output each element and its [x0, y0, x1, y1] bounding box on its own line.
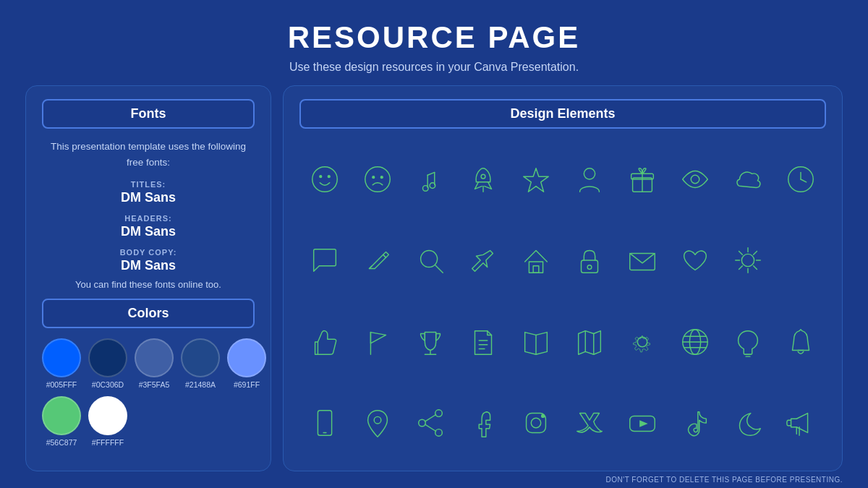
- svg-point-10: [430, 183, 435, 189]
- svg-point-9: [422, 186, 428, 192]
- icon-flag: [352, 325, 402, 359]
- font-label-body: BODY COPY:: [120, 248, 177, 257]
- svg-line-38: [739, 266, 743, 270]
- svg-point-30: [742, 254, 754, 267]
- svg-line-36: [754, 266, 757, 270]
- left-panel: Fonts This presentation template uses th…: [25, 85, 271, 471]
- page-subtitle: Use these design resources in your Canva…: [289, 61, 579, 74]
- svg-point-23: [421, 251, 438, 267]
- icon-moon: [723, 406, 773, 440]
- svg-point-62: [419, 419, 426, 427]
- icon-home: [511, 244, 561, 277]
- icon-map: [564, 325, 614, 359]
- icon-gift: [617, 163, 667, 196]
- icon-person: [564, 163, 614, 196]
- color-circle-3: [135, 338, 174, 377]
- color-label-2: #0C306D: [92, 380, 124, 389]
- svg-marker-13: [524, 168, 549, 192]
- icon-grid: [299, 142, 826, 461]
- icon-document: [459, 325, 509, 359]
- icon-search: [405, 244, 455, 277]
- svg-point-11: [481, 174, 485, 179]
- icon-pencil: [352, 244, 402, 277]
- color-swatch-4: #21488A: [181, 338, 220, 389]
- icon-smiley: [299, 163, 349, 196]
- icon-lightbulb: [723, 325, 773, 359]
- font-label-titles: TITLES:: [131, 180, 166, 189]
- color-label-6: #56C877: [46, 438, 77, 447]
- icon-rocket: [459, 163, 509, 196]
- icon-youtube: [617, 406, 667, 440]
- icon-heart: [670, 244, 720, 277]
- color-swatches-row1: #005FFF #0C306D #3F5FA5 #21488A #691FF: [42, 338, 255, 389]
- icon-twitter: [564, 406, 614, 440]
- icon-cloud: [723, 163, 773, 196]
- icon-gear: [617, 325, 667, 359]
- icon-bell: [776, 325, 826, 359]
- svg-line-21: [801, 179, 807, 182]
- icon-facebook: [459, 406, 509, 440]
- font-entry-body: BODY COPY: DM Sans: [42, 245, 255, 273]
- color-swatch-7: #FFFFFF: [88, 396, 127, 447]
- icon-globe: [670, 325, 720, 359]
- color-label-5: #691FF: [234, 380, 260, 389]
- color-label-3: #3F5FA5: [139, 380, 170, 389]
- icon-location: [352, 406, 402, 440]
- color-circle-7: [88, 396, 127, 435]
- icon-share: [405, 406, 455, 440]
- icon-book: [511, 325, 561, 359]
- color-swatches-row2: #56C877 #FFFFFF: [42, 396, 255, 447]
- main-content: Fonts This presentation template uses th…: [25, 85, 843, 471]
- icon-chat: [299, 244, 349, 277]
- icon-music: [405, 163, 455, 196]
- page-title: RESOURCE PAGE: [288, 20, 581, 55]
- icon-megaphone: [776, 406, 826, 440]
- icon-sad-face: [352, 163, 402, 196]
- svg-rect-26: [534, 266, 540, 273]
- color-circle-4: [181, 338, 220, 377]
- icon-tiktok: [670, 406, 720, 440]
- color-circle-2: [88, 338, 127, 377]
- svg-rect-58: [318, 411, 331, 436]
- icon-lock: [564, 244, 614, 277]
- svg-marker-70: [639, 420, 648, 427]
- svg-marker-46: [578, 330, 600, 354]
- svg-point-28: [587, 265, 592, 270]
- svg-point-1: [319, 176, 321, 178]
- svg-point-14: [584, 168, 595, 179]
- svg-point-67: [532, 418, 541, 427]
- design-elements-header: Design Elements: [299, 99, 826, 129]
- color-label-7: #FFFFFF: [92, 438, 124, 447]
- color-swatch-6: #56C877: [42, 396, 81, 447]
- icon-star: [511, 163, 561, 196]
- icon-pin: [459, 244, 509, 277]
- svg-point-68: [542, 414, 545, 417]
- svg-line-37: [754, 252, 757, 255]
- color-swatch-5: #691FF: [227, 338, 266, 389]
- svg-point-4: [373, 176, 375, 179]
- icon-thumbsup: [299, 325, 349, 359]
- svg-rect-27: [581, 260, 597, 273]
- svg-line-64: [425, 414, 435, 421]
- svg-point-63: [435, 429, 443, 437]
- icon-placeholder-r2: [776, 244, 826, 277]
- icon-eye: [670, 163, 720, 196]
- colors-header: Colors: [42, 299, 255, 328]
- font-label-headers: HEADERS:: [124, 214, 171, 223]
- right-panel: Design Elements: [283, 85, 843, 471]
- svg-point-0: [312, 167, 337, 192]
- svg-line-35: [739, 252, 743, 255]
- color-label-1: #005FFF: [46, 380, 77, 389]
- svg-point-5: [380, 176, 383, 179]
- color-circle-6: [42, 396, 81, 435]
- icon-clock: [776, 163, 826, 196]
- svg-point-61: [435, 410, 443, 417]
- fonts-header: Fonts: [42, 99, 255, 129]
- icon-mobile: [299, 406, 349, 440]
- fonts-note: You can find these fonts online too.: [42, 279, 255, 290]
- color-circle-5: [227, 338, 266, 377]
- font-name-headers: DM Sans: [42, 224, 255, 239]
- color-swatch-3: #3F5FA5: [135, 338, 174, 389]
- svg-line-65: [425, 424, 435, 432]
- svg-point-18: [691, 175, 699, 184]
